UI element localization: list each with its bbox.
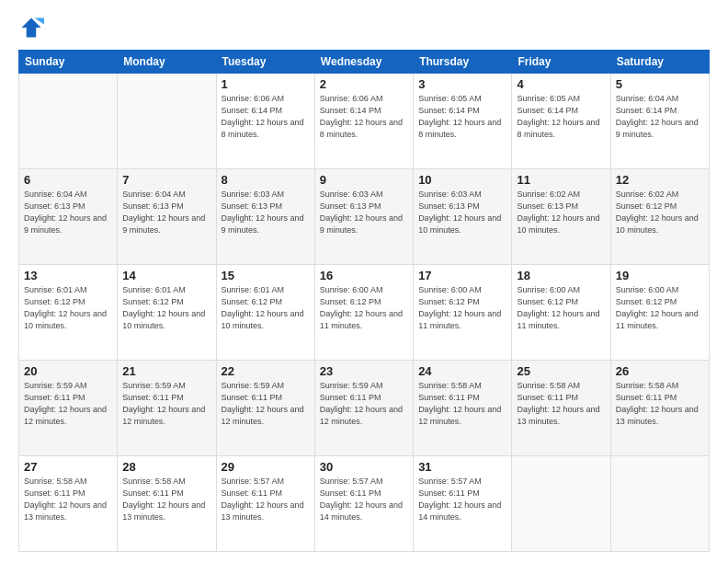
header	[18, 15, 710, 40]
day-info: Sunrise: 6:02 AM Sunset: 6:13 PM Dayligh…	[517, 189, 605, 236]
calendar-cell: 25Sunrise: 5:58 AM Sunset: 6:11 PM Dayli…	[512, 361, 610, 456]
calendar-cell: 31Sunrise: 5:57 AM Sunset: 6:11 PM Dayli…	[414, 456, 512, 552]
day-info: Sunrise: 6:05 AM Sunset: 6:14 PM Dayligh…	[418, 93, 506, 141]
day-info: Sunrise: 6:02 AM Sunset: 6:12 PM Dayligh…	[616, 189, 704, 236]
calendar-cell: 24Sunrise: 5:58 AM Sunset: 6:11 PM Dayli…	[414, 361, 512, 456]
calendar-cell: 28Sunrise: 5:58 AM Sunset: 6:11 PM Dayli…	[118, 456, 216, 552]
page: SundayMondayTuesdayWednesdayThursdayFrid…	[0, 0, 728, 563]
calendar-cell: 4Sunrise: 6:05 AM Sunset: 6:14 PM Daylig…	[512, 74, 610, 169]
day-info: Sunrise: 6:05 AM Sunset: 6:14 PM Dayligh…	[517, 93, 605, 141]
day-info: Sunrise: 6:01 AM Sunset: 6:12 PM Dayligh…	[222, 284, 310, 332]
calendar-cell: 5Sunrise: 6:04 AM Sunset: 6:14 PM Daylig…	[610, 74, 709, 169]
day-info: Sunrise: 5:59 AM Sunset: 6:11 PM Dayligh…	[222, 380, 310, 428]
weekday-header-monday: Monday	[118, 51, 216, 74]
calendar-cell: 29Sunrise: 5:57 AM Sunset: 6:11 PM Dayli…	[216, 456, 314, 552]
calendar-cell: 16Sunrise: 6:00 AM Sunset: 6:12 PM Dayli…	[314, 265, 413, 361]
calendar-cell: 30Sunrise: 5:57 AM Sunset: 6:11 PM Dayli…	[314, 456, 413, 552]
calendar-cell	[118, 74, 216, 169]
weekday-header-thursday: Thursday	[414, 51, 512, 74]
day-number: 27	[24, 460, 112, 474]
day-info: Sunrise: 5:58 AM Sunset: 6:11 PM Dayligh…	[418, 380, 506, 428]
day-info: Sunrise: 6:03 AM Sunset: 6:13 PM Dayligh…	[320, 189, 408, 236]
day-number: 9	[320, 173, 408, 187]
day-info: Sunrise: 5:58 AM Sunset: 6:11 PM Dayligh…	[616, 380, 704, 428]
day-info: Sunrise: 6:01 AM Sunset: 6:12 PM Dayligh…	[122, 284, 210, 332]
day-number: 22	[222, 364, 310, 378]
weekday-header-friday: Friday	[512, 51, 610, 74]
day-number: 15	[222, 269, 310, 282]
svg-marker-0	[22, 18, 41, 38]
day-number: 25	[517, 364, 605, 378]
day-number: 23	[320, 364, 408, 378]
day-info: Sunrise: 6:06 AM Sunset: 6:14 PM Dayligh…	[222, 93, 310, 141]
day-info: Sunrise: 5:57 AM Sunset: 6:11 PM Dayligh…	[320, 476, 408, 523]
calendar-cell: 2Sunrise: 6:06 AM Sunset: 6:14 PM Daylig…	[314, 74, 413, 169]
calendar-cell: 6Sunrise: 6:04 AM Sunset: 6:13 PM Daylig…	[19, 169, 118, 265]
day-number: 6	[24, 173, 112, 187]
logo	[18, 15, 48, 40]
weekday-header-saturday: Saturday	[610, 51, 709, 74]
day-info: Sunrise: 5:58 AM Sunset: 6:11 PM Dayligh…	[24, 476, 112, 523]
weekday-header-tuesday: Tuesday	[216, 51, 314, 74]
calendar-cell: 20Sunrise: 5:59 AM Sunset: 6:11 PM Dayli…	[19, 361, 118, 456]
calendar-cell: 11Sunrise: 6:02 AM Sunset: 6:13 PM Dayli…	[512, 169, 610, 265]
day-info: Sunrise: 5:57 AM Sunset: 6:11 PM Dayligh…	[222, 476, 310, 523]
weekday-header-row: SundayMondayTuesdayWednesdayThursdayFrid…	[19, 51, 710, 74]
day-number: 14	[122, 269, 210, 282]
day-info: Sunrise: 5:59 AM Sunset: 6:11 PM Dayligh…	[320, 380, 408, 428]
day-number: 28	[122, 460, 210, 474]
calendar-cell: 17Sunrise: 6:00 AM Sunset: 6:12 PM Dayli…	[414, 265, 512, 361]
day-number: 10	[418, 173, 506, 187]
calendar-cell: 18Sunrise: 6:00 AM Sunset: 6:12 PM Dayli…	[512, 265, 610, 361]
logo-icon	[18, 15, 44, 40]
day-number: 13	[24, 269, 112, 282]
calendar-cell: 8Sunrise: 6:03 AM Sunset: 6:13 PM Daylig…	[216, 169, 314, 265]
calendar-cell: 14Sunrise: 6:01 AM Sunset: 6:12 PM Dayli…	[118, 265, 216, 361]
day-number: 3	[418, 77, 506, 91]
calendar-cell	[19, 74, 118, 169]
day-info: Sunrise: 6:00 AM Sunset: 6:12 PM Dayligh…	[517, 284, 605, 332]
day-info: Sunrise: 6:00 AM Sunset: 6:12 PM Dayligh…	[418, 284, 506, 332]
day-number: 16	[320, 269, 408, 282]
day-number: 1	[222, 77, 310, 91]
weekday-header-wednesday: Wednesday	[314, 51, 413, 74]
calendar-week-row: 1Sunrise: 6:06 AM Sunset: 6:14 PM Daylig…	[19, 74, 710, 169]
calendar-cell: 26Sunrise: 5:58 AM Sunset: 6:11 PM Dayli…	[610, 361, 709, 456]
calendar-week-row: 6Sunrise: 6:04 AM Sunset: 6:13 PM Daylig…	[19, 169, 710, 265]
day-number: 26	[616, 364, 704, 378]
day-number: 11	[517, 173, 605, 187]
day-number: 12	[616, 173, 704, 187]
calendar-week-row: 20Sunrise: 5:59 AM Sunset: 6:11 PM Dayli…	[19, 361, 710, 456]
day-info: Sunrise: 6:04 AM Sunset: 6:14 PM Dayligh…	[616, 93, 704, 141]
day-info: Sunrise: 6:00 AM Sunset: 6:12 PM Dayligh…	[320, 284, 408, 332]
day-info: Sunrise: 5:58 AM Sunset: 6:11 PM Dayligh…	[122, 476, 210, 523]
calendar-cell: 23Sunrise: 5:59 AM Sunset: 6:11 PM Dayli…	[314, 361, 413, 456]
day-info: Sunrise: 6:04 AM Sunset: 6:13 PM Dayligh…	[122, 189, 210, 236]
day-number: 4	[517, 77, 605, 91]
calendar-week-row: 27Sunrise: 5:58 AM Sunset: 6:11 PM Dayli…	[19, 456, 710, 552]
calendar-cell: 1Sunrise: 6:06 AM Sunset: 6:14 PM Daylig…	[216, 74, 314, 169]
calendar-cell: 22Sunrise: 5:59 AM Sunset: 6:11 PM Dayli…	[216, 361, 314, 456]
calendar-week-row: 13Sunrise: 6:01 AM Sunset: 6:12 PM Dayli…	[19, 265, 710, 361]
day-info: Sunrise: 6:01 AM Sunset: 6:12 PM Dayligh…	[24, 284, 112, 332]
day-info: Sunrise: 6:03 AM Sunset: 6:13 PM Dayligh…	[418, 189, 506, 236]
day-number: 7	[122, 173, 210, 187]
calendar-cell: 27Sunrise: 5:58 AM Sunset: 6:11 PM Dayli…	[19, 456, 118, 552]
calendar-cell	[610, 456, 709, 552]
day-number: 2	[320, 77, 408, 91]
calendar-table: SundayMondayTuesdayWednesdayThursdayFrid…	[18, 50, 710, 552]
calendar-cell: 7Sunrise: 6:04 AM Sunset: 6:13 PM Daylig…	[118, 169, 216, 265]
day-number: 18	[517, 269, 605, 282]
calendar-cell: 3Sunrise: 6:05 AM Sunset: 6:14 PM Daylig…	[414, 74, 512, 169]
calendar-cell	[512, 456, 610, 552]
day-number: 20	[24, 364, 112, 378]
day-number: 24	[418, 364, 506, 378]
calendar-cell: 19Sunrise: 6:00 AM Sunset: 6:12 PM Dayli…	[610, 265, 709, 361]
day-info: Sunrise: 5:59 AM Sunset: 6:11 PM Dayligh…	[24, 380, 112, 428]
day-info: Sunrise: 6:03 AM Sunset: 6:13 PM Dayligh…	[222, 189, 310, 236]
day-info: Sunrise: 6:00 AM Sunset: 6:12 PM Dayligh…	[616, 284, 704, 332]
day-number: 5	[616, 77, 704, 91]
calendar-cell: 15Sunrise: 6:01 AM Sunset: 6:12 PM Dayli…	[216, 265, 314, 361]
calendar-cell: 10Sunrise: 6:03 AM Sunset: 6:13 PM Dayli…	[414, 169, 512, 265]
day-info: Sunrise: 5:59 AM Sunset: 6:11 PM Dayligh…	[122, 380, 210, 428]
